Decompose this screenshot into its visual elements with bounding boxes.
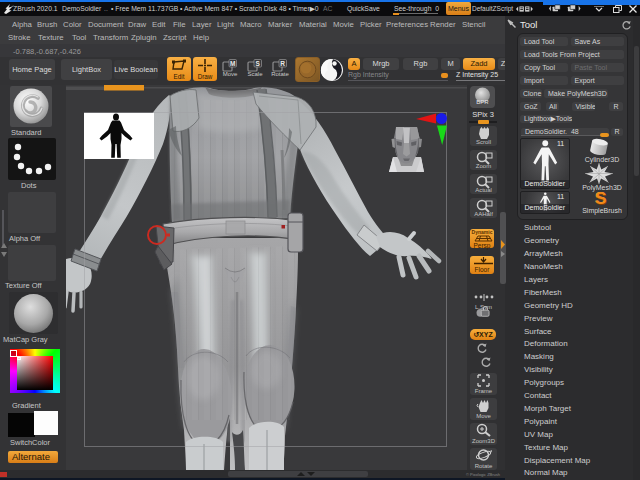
svg-text:BPR: BPR (476, 99, 489, 105)
svg-text:R: R (280, 60, 285, 67)
svg-text:S: S (256, 60, 261, 67)
svg-text:M: M (230, 60, 235, 67)
